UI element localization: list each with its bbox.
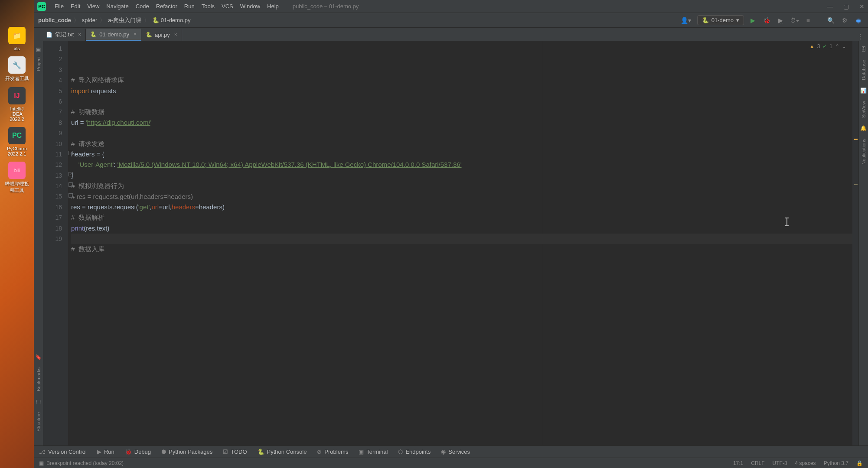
file-encoding[interactable]: UTF-8: [773, 460, 787, 466]
notifications-tool-tab[interactable]: Notifications: [861, 137, 866, 166]
menu-vcs[interactable]: VCS: [218, 3, 237, 10]
run-tool[interactable]: ▶Run: [97, 448, 114, 455]
code-line[interactable]: url = 'https://dig.chouti.com/': [71, 117, 852, 128]
code-line[interactable]: 'User-Agent': 'Mozilla/5.0 (Windows NT 1…: [71, 159, 852, 170]
user-icon[interactable]: 👤▾: [678, 17, 694, 24]
inspections-widget[interactable]: ▲3 ✓1 ⌃ ⌄: [809, 43, 846, 49]
version-control-tool[interactable]: ⎇Version Control: [39, 448, 87, 455]
maximize-button[interactable]: ▢: [843, 3, 849, 10]
readonly-lock-icon[interactable]: 🔒: [856, 460, 863, 466]
close-button[interactable]: ✕: [859, 3, 865, 10]
next-highlight-icon[interactable]: ⌄: [842, 43, 846, 49]
endpoints-tool[interactable]: ⬡Endpoints: [398, 448, 431, 455]
line-separator[interactable]: CRLF: [751, 460, 764, 466]
menu-code[interactable]: Code: [132, 3, 153, 10]
profile-button[interactable]: ⏱▾: [789, 15, 799, 26]
menu-tools[interactable]: Tools: [198, 3, 218, 10]
debug-button[interactable]: 🐞: [761, 15, 772, 26]
desktop-icon-bilibili[interactable]: bili 哔哩哔哩投稿工具: [5, 162, 29, 194]
tab-demo[interactable]: 🐍 01-demo.py ×: [86, 29, 141, 41]
desktop-icon-intellij[interactable]: IJ IntelliJ IDEA 2022.2: [5, 87, 29, 122]
run-button[interactable]: ▶: [747, 15, 758, 26]
editor[interactable]: ▲3 ✓1 ⌃ ⌄ 12345678910111213141516171819 …: [43, 41, 858, 445]
code-line[interactable]: # 数据解析: [71, 212, 852, 223]
services-tool[interactable]: ◉Services: [441, 448, 470, 455]
desktop-icon-devtools[interactable]: 🔧 开发者工具: [5, 56, 29, 82]
code-line[interactable]: res = requests.request('get',url=url,hea…: [71, 202, 852, 212]
code-line[interactable]: [71, 234, 852, 244]
terminal-tool[interactable]: ▣Terminal: [359, 448, 388, 455]
sciview-tool-icon[interactable]: 📊: [860, 87, 867, 94]
prev-highlight-icon[interactable]: ⌃: [835, 43, 839, 49]
stop-button[interactable]: ■: [803, 15, 813, 26]
database-tool-icon[interactable]: 🗄: [860, 46, 867, 53]
minimize-button[interactable]: —: [827, 3, 833, 10]
code-line[interactable]: import requests: [71, 86, 852, 96]
run-configuration-selector[interactable]: 🐍 01-demo ▾: [697, 15, 744, 25]
code-line[interactable]: # 数据入库: [71, 244, 852, 254]
code-line[interactable]: [71, 65, 852, 75]
problems-tool[interactable]: ⊘Problems: [317, 448, 348, 455]
menu-refactor[interactable]: Refactor: [153, 3, 181, 10]
menu-file[interactable]: File: [51, 3, 67, 10]
desktop-icon-xls[interactable]: 📁 xls: [5, 27, 29, 51]
sciview-tool-tab[interactable]: SciView: [861, 99, 866, 120]
error-stripe-track[interactable]: [852, 41, 858, 445]
menu-window[interactable]: Window: [237, 3, 264, 10]
code-line[interactable]: -headers = {: [71, 149, 852, 159]
database-tool-tab[interactable]: Database: [861, 58, 866, 82]
breadcrumb-file[interactable]: 01-demo.py: [161, 17, 191, 23]
python-interpreter[interactable]: Python 3.7: [824, 460, 848, 466]
tab-api[interactable]: 🐍 api.py ×: [141, 29, 182, 41]
fold-toggle-icon[interactable]: -: [69, 172, 73, 176]
menu-view[interactable]: View: [84, 3, 103, 10]
fold-toggle-icon[interactable]: -: [69, 151, 73, 155]
structure-tool-icon[interactable]: ⬚: [35, 398, 42, 405]
close-tab-icon[interactable]: ×: [134, 31, 137, 37]
code-line[interactable]: # 请求发送: [71, 139, 852, 149]
code-line[interactable]: # 明确数据: [71, 107, 852, 117]
structure-tool-tab[interactable]: Structure: [36, 410, 41, 433]
breadcrumb-root[interactable]: public_code: [38, 17, 71, 23]
menu-run[interactable]: Run: [181, 3, 198, 10]
settings-button[interactable]: ⚙: [839, 15, 850, 26]
notifications-tool-icon[interactable]: 🔔: [860, 125, 867, 132]
caret-position[interactable]: 17:1: [733, 460, 743, 466]
code-line[interactable]: [71, 128, 852, 138]
bookmarks-tool-tab[interactable]: Bookmarks: [36, 366, 41, 393]
python-console-tool[interactable]: 🐍Python Console: [258, 448, 307, 455]
menu-navigate[interactable]: Navigate: [103, 3, 132, 10]
debug-tool[interactable]: 🐞Debug: [125, 448, 151, 455]
code-line[interactable]: -# res = requests.get(url,headers=header…: [71, 192, 852, 202]
code-line[interactable]: [71, 96, 852, 107]
indent-settings[interactable]: 4 spaces: [795, 460, 816, 466]
python-packages-tool[interactable]: ⬢Python Packages: [161, 448, 212, 455]
line-number-gutter[interactable]: 12345678910111213141516171819: [43, 41, 69, 445]
todo-tool[interactable]: ☑TODO: [223, 448, 247, 455]
desktop-icon-pycharm[interactable]: PC PyCharm 2022.2.1: [5, 127, 29, 156]
tab-notes[interactable]: 📄 笔记.txt ×: [42, 29, 86, 41]
code-line[interactable]: [71, 255, 852, 265]
close-tab-icon[interactable]: ×: [174, 32, 177, 38]
code-line[interactable]: -# 模拟浏览器行为: [71, 181, 852, 191]
close-tab-icon[interactable]: ×: [78, 32, 81, 38]
menu-edit[interactable]: Edit: [67, 3, 84, 10]
project-tool-icon[interactable]: ▣: [35, 46, 42, 53]
bookmarks-tool-icon[interactable]: 🔖: [35, 354, 42, 361]
warning-marker[interactable]: [854, 139, 858, 140]
search-everywhere-button[interactable]: 🔍: [826, 15, 836, 26]
code-line[interactable]: -}: [71, 170, 852, 181]
code-area[interactable]: # 导入网络请求库import requests # 明确数据url = 'ht…: [69, 41, 852, 445]
weak-warning-marker[interactable]: [854, 184, 858, 185]
tab-overflow-icon[interactable]: ⋮: [857, 32, 864, 41]
code-line[interactable]: print(res.text): [71, 223, 852, 234]
breadcrumb-spider[interactable]: spider: [82, 17, 97, 23]
status-window-icon[interactable]: ▣: [39, 460, 44, 466]
fold-toggle-icon[interactable]: -: [69, 182, 73, 187]
run-with-coverage-button[interactable]: ▶̤: [775, 15, 786, 26]
breadcrumb-folder[interactable]: a-爬虫入门课: [108, 16, 141, 24]
menu-help[interactable]: Help: [264, 3, 282, 10]
code-line[interactable]: # 导入网络请求库: [71, 75, 852, 85]
code-with-me-button[interactable]: ◉: [853, 15, 864, 26]
fold-toggle-icon[interactable]: -: [69, 193, 73, 198]
